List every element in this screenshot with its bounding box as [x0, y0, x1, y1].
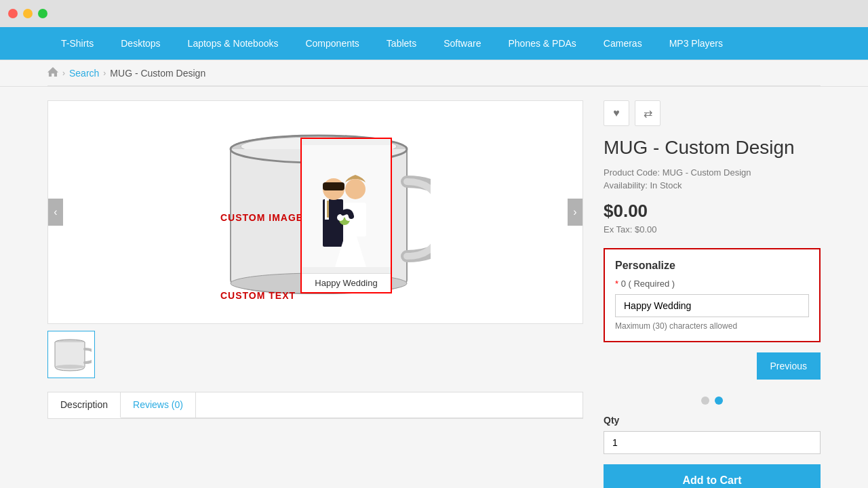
- product-code: Product Code: MUG - Custom Design: [604, 167, 821, 178]
- close-button[interactable]: [8, 9, 18, 18]
- svg-rect-9: [323, 182, 344, 190]
- mug-overlay-text: Happy Wedding: [302, 273, 391, 292]
- breadcrumb-sep-1: ›: [62, 68, 65, 78]
- thumbnail-mug-svg: [51, 334, 92, 375]
- mug-illustration: CUSTOM IMAGE CUSTOM TEXT: [200, 107, 431, 317]
- required-star: *: [615, 279, 621, 289]
- pagination-dots: [604, 386, 821, 415]
- custom-text-label: CUSTOM TEXT: [220, 290, 296, 301]
- tax-value: $0.00: [635, 224, 657, 235]
- tab-description[interactable]: Description: [48, 392, 121, 418]
- personalize-label-text: 0 ( Required ): [621, 279, 675, 289]
- product-code-label: Product Code:: [604, 167, 660, 178]
- breadcrumb-home[interactable]: [47, 67, 58, 79]
- pagination-dot-2[interactable]: [715, 396, 723, 405]
- compare-button[interactable]: ⇄: [635, 100, 660, 126]
- image-prev-button[interactable]: ‹: [48, 199, 63, 226]
- image-next-button[interactable]: ›: [568, 199, 583, 226]
- pagination-dot-1[interactable]: [701, 396, 709, 405]
- nav-phones[interactable]: Phones & PDAs: [494, 27, 589, 60]
- breadcrumb-search[interactable]: Search: [69, 68, 99, 79]
- breadcrumb-current: MUG - Custom Design: [110, 68, 205, 79]
- breadcrumb-sep-2: ›: [103, 68, 106, 78]
- add-to-cart-button[interactable]: Add to Cart: [604, 464, 821, 488]
- mug-custom-overlay: Happy Wedding: [300, 138, 392, 293]
- personalize-box: Personalize * 0 ( Required ) Maximum (30…: [604, 248, 821, 342]
- personalize-hint: Maximum (30) characters allowed: [615, 321, 809, 331]
- nav-tablets[interactable]: Tablets: [373, 27, 430, 60]
- svg-point-11: [345, 179, 366, 199]
- previous-button[interactable]: Previous: [757, 352, 821, 380]
- nav-laptops[interactable]: Laptops & Notebooks: [174, 27, 292, 60]
- thumbnail-1[interactable]: [47, 331, 95, 378]
- qty-input[interactable]: [604, 431, 821, 454]
- tabs-header: Description Reviews (0): [48, 392, 583, 418]
- nav-components[interactable]: Components: [292, 27, 372, 60]
- browser-content: T-Shirts Desktops Laptops & Notebooks Co…: [0, 27, 868, 488]
- nav-tshirts[interactable]: T-Shirts: [47, 27, 107, 60]
- wedding-couple-svg: [302, 145, 391, 267]
- product-price: $0.00: [604, 201, 821, 222]
- tab-reviews[interactable]: Reviews (0): [121, 392, 196, 418]
- thumbnails: [47, 331, 583, 378]
- tax-label: Ex Tax:: [604, 224, 632, 235]
- home-icon: [47, 67, 58, 77]
- nav-desktops[interactable]: Desktops: [107, 27, 174, 60]
- navbar: T-Shirts Desktops Laptops & Notebooks Co…: [0, 27, 868, 60]
- product-title: MUG - Custom Design: [604, 136, 821, 159]
- product-tax: Ex Tax: $0.00: [604, 224, 821, 235]
- mug-overlay-image: [302, 139, 391, 273]
- svg-rect-7: [327, 201, 329, 218]
- wishlist-button[interactable]: ♥: [604, 100, 629, 126]
- titlebar: [0, 0, 868, 27]
- product-right: ♥ ⇄ MUG - Custom Design Product Code: MU…: [604, 100, 821, 488]
- product-image-main: ‹ CUSTOM IMAGE CUSTOM TEXT: [47, 100, 583, 324]
- maximize-button[interactable]: [38, 9, 47, 18]
- product-actions: ♥ ⇄: [604, 100, 821, 126]
- product-left: ‹ CUSTOM IMAGE CUSTOM TEXT: [47, 100, 583, 488]
- breadcrumb: › Search › MUG - Custom Design: [47, 60, 821, 86]
- previous-section: Previous: [604, 352, 821, 386]
- product-tabs: Description Reviews (0): [47, 392, 583, 419]
- personalize-title: Personalize: [615, 260, 809, 272]
- personalize-input[interactable]: [615, 294, 809, 317]
- minimize-button[interactable]: [23, 9, 33, 18]
- qty-label: Qty: [604, 415, 821, 426]
- availability-label: Availability:: [604, 180, 648, 190]
- nav-mp3[interactable]: MP3 Players: [656, 27, 736, 60]
- nav-software[interactable]: Software: [430, 27, 494, 60]
- breadcrumb-wrapper: › Search › MUG - Custom Design: [0, 60, 868, 87]
- nav-cameras[interactable]: Cameras: [590, 27, 656, 60]
- product-code-value: MUG - Custom Design: [663, 167, 751, 178]
- custom-image-label: CUSTOM IMAGE: [220, 212, 303, 223]
- availability-value: In Stock: [650, 180, 682, 190]
- main-container: ‹ CUSTOM IMAGE CUSTOM TEXT: [47, 87, 821, 488]
- personalize-field-label: * 0 ( Required ): [615, 279, 809, 289]
- product-availability: Availability: In Stock: [604, 180, 821, 190]
- svg-point-17: [55, 365, 85, 369]
